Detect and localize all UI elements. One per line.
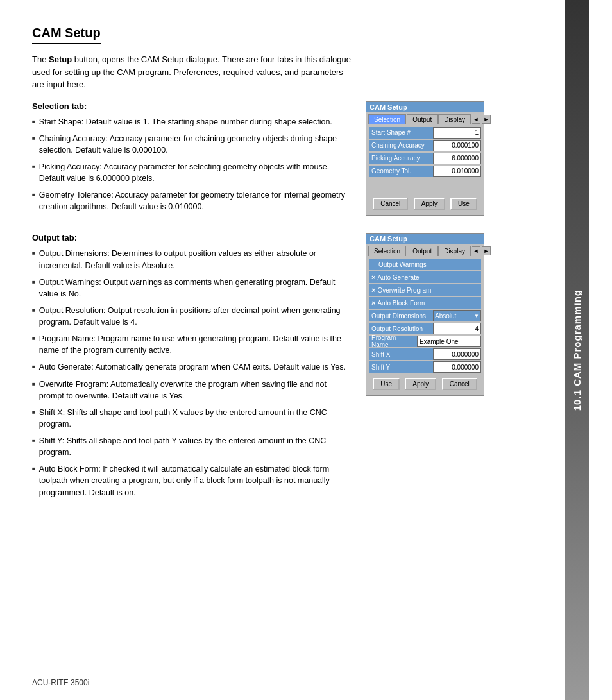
list-item: Geometry Tolerance: Accuracy parameter f… <box>32 189 353 212</box>
chaining-accuracy-value[interactable]: 0.000100 <box>433 140 481 151</box>
output-dimensions-label: Output Dimensions <box>369 310 433 321</box>
shift-x-label: Shift X <box>369 348 433 360</box>
output-apply-button[interactable]: Apply <box>405 378 436 390</box>
intro-before-bold: The <box>32 55 49 64</box>
output-section: Output tab: Output Dimensions: Determine… <box>32 233 545 503</box>
shift-x-row: Shift X 0.000000 <box>369 348 481 360</box>
selection-cancel-button[interactable]: Cancel <box>373 198 408 210</box>
output-tab-selection[interactable]: Selection <box>368 246 406 256</box>
tab-selection[interactable]: Selection <box>368 114 406 124</box>
side-tab: 10.1 CAM Programming <box>565 0 589 700</box>
chaining-accuracy-row: Chaining Accuracy 0.000100 <box>369 140 481 151</box>
shift-x-value[interactable]: 0.000000 <box>433 348 481 360</box>
start-shape-label: Start Shape # <box>369 127 433 139</box>
output-dialog-body: Output Warnings Auto Generate Overwrite … <box>366 256 484 395</box>
output-resolution-label: Output Resolution <box>369 323 433 334</box>
output-left-col: Output tab: Output Dimensions: Determine… <box>32 233 353 503</box>
tab-output[interactable]: Output <box>407 114 438 124</box>
output-dialog-col: CAM Setup Selection Output Display ◄ ► <box>366 233 494 503</box>
selection-dialog-col: CAM Setup Selection Output Display ◄ ► S… <box>366 101 494 218</box>
output-dimensions-select[interactable]: Absolut ▼ <box>433 310 481 321</box>
side-tab-label: 10.1 CAM Programming <box>572 289 582 411</box>
output-tab-nav: ◄ ► <box>472 246 491 255</box>
list-item: Output Warnings: Output warnings as comm… <box>32 277 353 300</box>
list-item: Overwrite Program: Automatically overwri… <box>32 379 353 402</box>
picking-accuracy-row: Picking Accuracy 6.000000 <box>369 153 481 164</box>
auto-block-form-checkbox[interactable]: Auto Block Form <box>369 297 481 309</box>
geometry-tol-row: Geometry Tol. 0.010000 <box>369 166 481 177</box>
selection-use-button[interactable]: Use <box>450 198 477 210</box>
tab-next-btn[interactable]: ► <box>482 115 491 124</box>
output-tab-next-btn[interactable]: ► <box>482 246 491 255</box>
selection-bullets: Start Shape: Default value is 1. The sta… <box>32 116 353 213</box>
picking-accuracy-label: Picking Accuracy <box>369 153 433 164</box>
output-dialog-buttons: Use Apply Cancel <box>369 374 481 393</box>
output-resolution-value[interactable]: 4 <box>433 323 481 334</box>
output-dimensions-text: Absolut <box>435 312 456 320</box>
footer: ACU-RITE 3500i 313 <box>32 674 580 687</box>
output-warnings-checkbox[interactable]: Output Warnings <box>369 259 481 270</box>
list-item: Program Name: Program name to use when g… <box>32 333 353 356</box>
list-item: Picking Accuracy: Accuracy parameter for… <box>32 161 353 184</box>
intro-bold: Setup <box>49 55 72 64</box>
list-item: Auto Generate: Automatically generate pr… <box>32 361 353 373</box>
list-item: Chaining Accuracy: Accuracy parameter fo… <box>32 133 353 156</box>
output-title: Output tab: <box>32 233 353 243</box>
output-tab-prev-btn[interactable]: ◄ <box>472 246 480 255</box>
auto-block-form-row: Auto Block Form <box>369 297 481 309</box>
intro-paragraph: The Setup button, opens the CAM Setup di… <box>32 53 353 91</box>
footer-left: ACU-RITE 3500i <box>32 678 89 687</box>
start-shape-row: Start Shape # 1 <box>369 127 481 139</box>
tab-display[interactable]: Display <box>438 114 471 124</box>
shift-y-row: Shift Y 0.000000 <box>369 361 481 373</box>
start-shape-value[interactable]: 1 <box>433 127 481 139</box>
list-item: Shift Y: Shifts all shape and tool path … <box>32 435 353 458</box>
tab-nav: ◄ ► <box>472 115 491 124</box>
program-name-row: Program Name Example One <box>369 336 481 347</box>
selection-dialog-title: CAM Setup <box>366 102 484 112</box>
geometry-tol-value[interactable]: 0.010000 <box>433 166 481 177</box>
selection-dialog-buttons: Cancel Apply Use <box>369 194 481 212</box>
output-bullets: Output Dimensions: Determines to output … <box>32 248 353 498</box>
output-tab-output[interactable]: Output <box>407 246 438 256</box>
overwrite-program-checkbox[interactable]: Overwrite Program <box>369 284 481 296</box>
output-cancel-button[interactable]: Cancel <box>442 378 477 390</box>
selection-cam-dialog: CAM Setup Selection Output Display ◄ ► S… <box>366 101 484 216</box>
list-item: Shift X: Shifts all shape and tool path … <box>32 407 353 430</box>
selection-dialog-body: Start Shape # 1 Chaining Accuracy 0.0001… <box>366 124 484 215</box>
tab-prev-btn[interactable]: ◄ <box>472 115 480 124</box>
selection-title: Selection tab: <box>32 101 353 111</box>
selection-section: Selection tab: Start Shape: Default valu… <box>32 101 545 218</box>
list-item: Output Dimensions: Determines to output … <box>32 248 353 271</box>
output-dimensions-arrow: ▼ <box>474 313 479 319</box>
intro-after-bold: button, opens the CAM Setup dialogue. Th… <box>32 55 351 89</box>
program-name-label: Program Name <box>369 336 417 347</box>
chaining-accuracy-label: Chaining Accuracy <box>369 140 433 151</box>
shift-y-label: Shift Y <box>369 361 433 373</box>
page-title: CAM Setup <box>32 26 101 44</box>
output-dimensions-row: Output Dimensions Absolut ▼ <box>369 310 481 321</box>
output-tab-display[interactable]: Display <box>438 246 471 256</box>
output-resolution-row: Output Resolution 4 <box>369 323 481 334</box>
auto-generate-checkbox[interactable]: Auto Generate <box>369 271 481 283</box>
output-use-button[interactable]: Use <box>373 378 400 390</box>
selection-left-col: Selection tab: Start Shape: Default valu… <box>32 101 353 218</box>
shift-y-value[interactable]: 0.000000 <box>433 361 481 373</box>
auto-generate-row: Auto Generate <box>369 271 481 283</box>
program-name-value[interactable]: Example One <box>417 336 481 347</box>
output-cam-dialog: CAM Setup Selection Output Display ◄ ► <box>366 233 484 396</box>
picking-accuracy-value[interactable]: 6.000000 <box>433 153 481 164</box>
overwrite-program-row: Overwrite Program <box>369 284 481 296</box>
output-dialog-title: CAM Setup <box>366 234 484 244</box>
selection-dialog-tabs: Selection Output Display ◄ ► <box>366 112 484 124</box>
list-item: Output Resolution: Output resolution in … <box>32 305 353 328</box>
output-dialog-tabs: Selection Output Display ◄ ► <box>366 244 484 256</box>
list-item: Start Shape: Default value is 1. The sta… <box>32 116 353 128</box>
selection-apply-button[interactable]: Apply <box>414 198 445 210</box>
list-item: Auto Block Form: If checked it will auto… <box>32 463 353 498</box>
geometry-tol-label: Geometry Tol. <box>369 166 433 177</box>
output-warnings-row: Output Warnings <box>369 259 481 270</box>
